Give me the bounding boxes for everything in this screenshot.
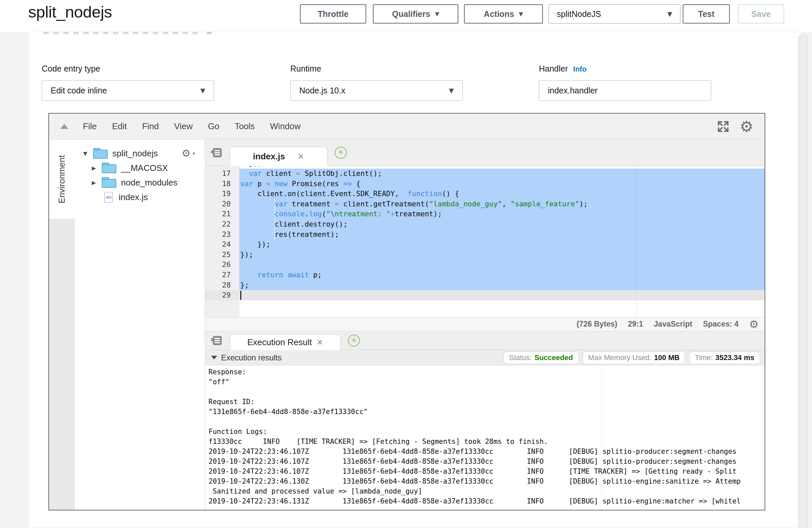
tab-index-js[interactable]: index.js ✕: [230, 147, 328, 166]
tree-item-split-nodejs[interactable]: ▼split_nodejs⚙▾: [75, 146, 205, 161]
tree-item-node-modules[interactable]: ▶node_modules: [75, 175, 205, 190]
file-size-status: (726 Bytes): [577, 320, 618, 328]
code-text: var p = new Promise(res => {: [239, 179, 765, 189]
qualifiers-button[interactable]: Qualifiers ▼: [373, 4, 458, 24]
log-line: Function Logs:: [208, 427, 765, 437]
code-text: });: [239, 166, 765, 168]
editor-tab-bar: index.js ✕ +: [205, 140, 765, 166]
caret-right-icon[interactable]: ▶: [92, 165, 102, 171]
log-line: "off": [208, 377, 765, 387]
fullscreen-icon[interactable]: [716, 119, 730, 134]
file-tree: ▼split_nodejs⚙▾▶__MACOSX▶node_modulesind…: [75, 146, 205, 204]
code-text: client.destroy();: [239, 219, 765, 230]
editor-status-bar: (726 Bytes) 29:1 JavaScript Spaces: 4 ⚙: [205, 317, 765, 331]
file-tree-panel: ▼split_nodejs⚙▾▶__MACOSX▶node_modulesind…: [75, 140, 205, 510]
test-event-select[interactable]: splitNodeJS ▼: [549, 4, 680, 24]
tab-execution-result[interactable]: Execution Result ✕: [230, 334, 341, 350]
chevron-down-icon: ▼: [519, 11, 523, 17]
execution-results-title[interactable]: Execution results: [221, 353, 282, 362]
code-line: 22 client.destroy();: [205, 219, 765, 230]
badge-value: Succeeded: [534, 353, 573, 362]
ide-body: Environment ▼split_nodejs⚙▾▶__MACOSX▶nod…: [49, 140, 765, 510]
caret-down-icon[interactable]: ▼: [83, 150, 93, 157]
tree-item-macosx[interactable]: ▶__MACOSX: [75, 161, 205, 175]
menu-item-tools[interactable]: Tools: [235, 121, 255, 132]
memory-badge: Max Memory Used:100 MB: [583, 351, 685, 364]
runtime-value: Node.js 10.x: [299, 86, 345, 96]
handler-input[interactable]: index.handler: [539, 80, 711, 101]
gear-icon[interactable]: ⚙: [740, 119, 753, 134]
result-badges: Status:SucceededMax Memory Used:100 MBTi…: [504, 351, 760, 364]
chevron-down-icon: ▼: [449, 87, 454, 94]
close-icon[interactable]: ✕: [298, 152, 304, 161]
code-text: };: [239, 280, 765, 291]
caret-down-icon: ▾: [192, 151, 195, 156]
menu-item-find[interactable]: Find: [142, 121, 159, 132]
log-line: f13330cc INFO [TIME TRACKER] => [Fetchin…: [208, 437, 765, 446]
code-entry-type-select[interactable]: Edit code inline ▼: [42, 80, 214, 101]
line-number: 26: [205, 260, 239, 270]
throttle-button[interactable]: Throttle: [300, 4, 366, 24]
test-button[interactable]: Test: [683, 4, 730, 24]
line-number: 18: [205, 179, 239, 189]
code-text: [239, 260, 765, 270]
indentation-status[interactable]: Spaces: 4: [703, 320, 738, 328]
actions-button[interactable]: Actions ▼: [464, 4, 543, 24]
line-number: 25: [205, 250, 239, 260]
editor-main-column: index.js ✕ + });17 var client = SplitObj…: [205, 140, 765, 510]
collapse-section-icon[interactable]: [211, 356, 217, 360]
close-icon[interactable]: ✕: [317, 338, 323, 347]
collapse-menu-icon[interactable]: [60, 124, 68, 129]
code-line: 17 var client = SplitObj.client();: [205, 168, 765, 179]
folder-icon: [102, 163, 116, 173]
save-button-label: Save: [751, 9, 771, 19]
code-text: [239, 290, 765, 300]
environment-rail-lower: [49, 219, 75, 510]
test-event-select-value: splitNodeJS: [557, 9, 601, 19]
runtime-group: Runtime Node.js 10.x ▼: [290, 64, 463, 101]
qualifiers-button-label: Qualifiers: [392, 9, 430, 19]
badge-label: Time:: [695, 353, 713, 362]
chevron-down-icon: ▼: [200, 87, 205, 94]
tree-item-index-js[interactable]: index.js: [75, 190, 205, 204]
code-text: var treatment = client.getTreatment("lam…: [239, 199, 765, 209]
folder-icon: [102, 177, 116, 188]
code-line: 19 client.on(client.Event.SDK_READY, fun…: [205, 189, 765, 199]
tree-settings-button[interactable]: ⚙▾: [182, 148, 195, 158]
runtime-select[interactable]: Node.js 10.x ▼: [290, 80, 463, 101]
save-button[interactable]: Save: [738, 4, 784, 24]
menu-item-window[interactable]: Window: [270, 121, 301, 132]
environment-tab[interactable]: Environment: [49, 140, 75, 219]
menu-item-edit[interactable]: Edit: [112, 121, 127, 132]
caret-right-icon[interactable]: ▶: [92, 179, 102, 186]
line-number: 22: [205, 219, 239, 230]
code-text: return await p;: [239, 270, 765, 280]
status-badge: Status:Succeeded: [504, 351, 579, 364]
code-editor-area[interactable]: });17 var client = SplitObj.client();18v…: [205, 166, 765, 317]
new-tab-plus-icon[interactable]: +: [348, 335, 360, 347]
handler-input-value: index.handler: [548, 86, 597, 96]
log-line: 2019-10-24T22:23:46.130Z 131e865f-6eb4-4…: [208, 476, 765, 486]
log-line: "131e865f-6eb4-4dd8-858e-a37ef13330cc": [208, 407, 765, 417]
tab-list-icon[interactable]: [211, 146, 223, 159]
menu-item-go[interactable]: Go: [208, 121, 219, 132]
handler-info-link[interactable]: Info: [574, 65, 586, 74]
line-number: 21: [205, 209, 239, 219]
file-js-icon: [104, 192, 113, 203]
page-title: split_nodejs: [28, 3, 112, 21]
tree-item-label: __MACOSX: [121, 163, 168, 173]
code-line: 24 });: [205, 239, 765, 250]
cursor-position-status[interactable]: 29:1: [628, 320, 643, 328]
menu-item-file[interactable]: File: [83, 121, 97, 132]
language-mode-status[interactable]: JavaScript: [654, 320, 692, 328]
tab-list-icon[interactable]: [211, 334, 223, 347]
code-entry-type-label: Code entry type: [42, 64, 100, 74]
handler-group: Handler Info index.handler: [539, 64, 711, 101]
ide-menu-items: FileEditFindViewGoToolsWindow: [83, 121, 316, 132]
gear-icon[interactable]: ⚙: [749, 319, 759, 329]
menu-item-view[interactable]: View: [174, 121, 192, 132]
page-scrollbar[interactable]: [798, 34, 808, 528]
log-line: [208, 387, 765, 397]
new-tab-plus-icon[interactable]: +: [335, 147, 347, 159]
folder-icon: [93, 148, 108, 159]
